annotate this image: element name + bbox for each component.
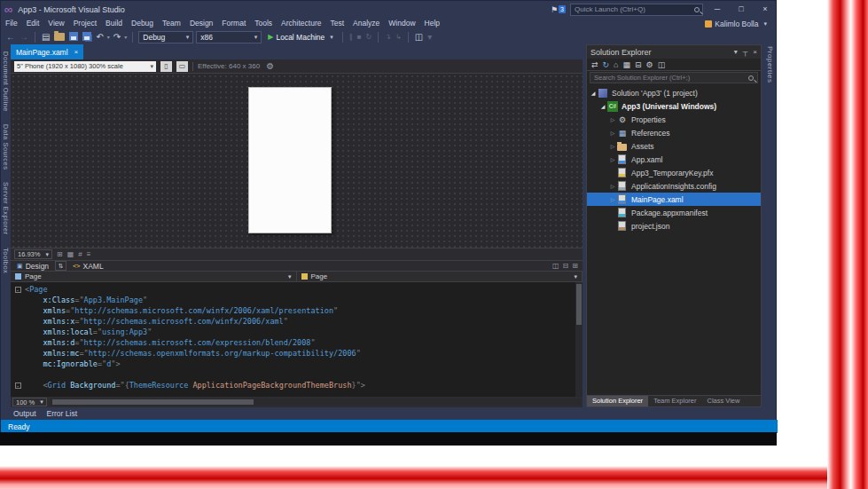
collapse-all-icon[interactable]: ⊟ (635, 60, 642, 69)
maximize-button[interactable]: □ (731, 1, 751, 18)
expand-pane-icon[interactable]: ⊞ (572, 262, 578, 270)
preview-selected-items-icon[interactable]: ◫ (658, 60, 666, 69)
menu-window[interactable]: Window (384, 18, 419, 29)
designer-tool-icon-3[interactable]: ≡ (86, 250, 92, 258)
split-vertical-icon[interactable]: ⊟ (563, 262, 569, 270)
window-position-icon[interactable]: ▾ (734, 48, 738, 56)
tree-item-applicationinsights-config[interactable]: ▷ApplicationInsights.config (587, 179, 761, 193)
pause-icon[interactable]: ∥ (348, 30, 354, 44)
save-icon[interactable] (68, 30, 79, 44)
expander-icon[interactable]: ▷ (608, 143, 617, 149)
properties-icon[interactable]: ⚙ (646, 60, 653, 69)
menu-debug[interactable]: Debug (127, 18, 158, 29)
quick-launch-input[interactable] (570, 4, 703, 16)
menu-tools[interactable]: Tools (250, 18, 277, 29)
editor-zoom-dropdown[interactable]: 100 %▾ (12, 398, 47, 406)
platform-dropdown[interactable]: x86▾ (196, 31, 262, 43)
menu-build[interactable]: Build (101, 18, 127, 29)
expander-icon[interactable]: ▷ (608, 156, 617, 162)
device-preview-dropdown[interactable]: 5" Phone (1920 x 1080) 300% scale▾ (14, 61, 156, 72)
designer-tool-icon-1[interactable]: ▦ (66, 250, 75, 258)
menu-analyze[interactable]: Analyze (348, 18, 384, 29)
restart-icon[interactable]: ↻ (365, 30, 373, 44)
xaml-code-editor[interactable]: -<Page x:Class="App3.MainPage" xmlns="ht… (11, 282, 583, 397)
side-tab-server-explorer[interactable]: Server Explorer (2, 182, 10, 235)
panel-close-icon[interactable]: × (753, 48, 757, 56)
scrollbar-thumb[interactable] (52, 399, 254, 405)
tab-close-icon[interactable]: × (74, 48, 79, 56)
menu-view[interactable]: View (43, 18, 68, 29)
menu-project[interactable]: Project (69, 18, 101, 29)
expander-icon[interactable]: ▷ (608, 196, 617, 202)
designer-settings-gear-icon[interactable]: ⚙ (266, 61, 274, 71)
designer-tool-icon-0[interactable]: ⊞ (56, 250, 64, 258)
side-tab-data-sources[interactable]: Data Sources (2, 124, 10, 170)
tree-item-project-json[interactable]: project.json (587, 219, 761, 233)
expander-icon[interactable]: ▷ (608, 116, 617, 122)
menu-edit[interactable]: Edit (22, 18, 44, 29)
expander-icon[interactable]: ▷ (608, 183, 617, 189)
tool-tab-class-view[interactable]: Class View (701, 396, 745, 406)
save-all-icon[interactable] (82, 30, 92, 44)
designer-tool-icon-2[interactable]: # (77, 250, 82, 258)
tree-item-app3-temporarykey-pfx[interactable]: App3_TemporaryKey.pfx (587, 166, 761, 179)
menu-file[interactable]: File (1, 18, 22, 29)
side-tab-document-outline[interactable]: Document Outline (2, 51, 10, 112)
navigate-forward-icon[interactable]: → (19, 30, 29, 44)
tool-tab-solution-explorer[interactable]: Solution Explorer (587, 396, 648, 406)
design-view-tab[interactable]: ▣Design (11, 261, 55, 271)
side-tab-properties[interactable]: Properties (766, 46, 774, 153)
side-tab-toolbox[interactable]: Toolbox (2, 248, 10, 273)
tree-item-package-appxmanifest[interactable]: Package.appxmanifest (587, 206, 761, 219)
new-file-icon[interactable]: ▤ (41, 30, 51, 44)
undo-icon[interactable]: ↶ (95, 30, 104, 44)
expander-icon[interactable]: ◢ (589, 90, 598, 96)
step-over-icon[interactable]: ↳ (395, 30, 403, 44)
tree-item-assets[interactable]: ▷Assets (587, 139, 761, 153)
auto-hide-pin-icon[interactable]: ┬ (743, 48, 748, 56)
redo-dropdown-icon[interactable]: ▾ (124, 34, 127, 40)
landscape-orientation-icon[interactable]: ▭ (176, 61, 188, 72)
scrollbar-thumb[interactable] (576, 284, 582, 325)
minimize-button[interactable]: ─ (708, 1, 727, 18)
notifications-flag-icon[interactable]: ⚑3 (551, 5, 566, 14)
sync-with-active-document-icon[interactable]: ⇄ (591, 60, 598, 69)
horizontal-scrollbar[interactable] (51, 398, 581, 406)
designer-zoom-dropdown[interactable]: 16.93%▾ (14, 249, 52, 259)
refresh-icon[interactable]: ↻ (603, 60, 610, 69)
tree-item-references[interactable]: ▷▦References (587, 126, 761, 139)
expander-icon[interactable]: ▷ (608, 130, 617, 136)
menu-architecture[interactable]: Architecture (277, 18, 325, 29)
breadcrumb-element-dropdown[interactable]: Page▾ (11, 272, 297, 281)
signed-in-user[interactable]: Kalimlo Bolla ▾ (705, 20, 776, 28)
step-into-icon[interactable]: ↴ (384, 30, 392, 44)
document-tab-mainpage[interactable]: MainPage.xaml × (11, 44, 83, 59)
tree-item-properties[interactable]: ▷⚙Properties (587, 113, 761, 126)
tree-item-solution-app3-1-project[interactable]: ◢Solution 'App3' (1 project) (587, 86, 761, 99)
redo-icon[interactable]: ↷ (113, 30, 121, 44)
menu-team[interactable]: Team (158, 18, 185, 29)
open-file-icon[interactable] (53, 30, 66, 44)
configuration-dropdown[interactable]: Debug▾ (138, 31, 193, 43)
xaml-view-tab[interactable]: <>XAML (66, 261, 110, 271)
design-surface[interactable] (11, 74, 583, 248)
menu-help[interactable]: Help (420, 18, 444, 29)
menu-design[interactable]: Design (185, 18, 217, 29)
fold-marker-icon[interactable]: - (15, 287, 21, 293)
fold-marker-icon[interactable]: - (15, 383, 21, 389)
portrait-orientation-icon[interactable]: ▯ (160, 61, 172, 72)
solution-search-input[interactable] (590, 72, 758, 83)
tree-item-app3-universal-windows[interactable]: ◢C#App3 (Universal Windows) (587, 99, 761, 113)
phone-artboard[interactable] (248, 87, 332, 233)
navigate-back-icon[interactable]: ← (5, 30, 16, 44)
toolbar-overflow-icon[interactable]: ▾ (426, 30, 433, 44)
expander-icon[interactable]: ◢ (598, 103, 607, 109)
show-all-files-icon[interactable]: ▦ (623, 60, 631, 69)
tool-tab-team-explorer[interactable]: Team Explorer (648, 396, 701, 406)
close-button[interactable]: × (755, 1, 775, 18)
undo-dropdown-icon[interactable]: ▾ (107, 34, 110, 40)
find-in-files-icon[interactable]: ◫ (414, 30, 424, 44)
menu-test[interactable]: Test (325, 18, 348, 29)
panel-tab-output[interactable]: Output (13, 409, 36, 418)
home-icon[interactable]: ⌂ (614, 60, 618, 69)
